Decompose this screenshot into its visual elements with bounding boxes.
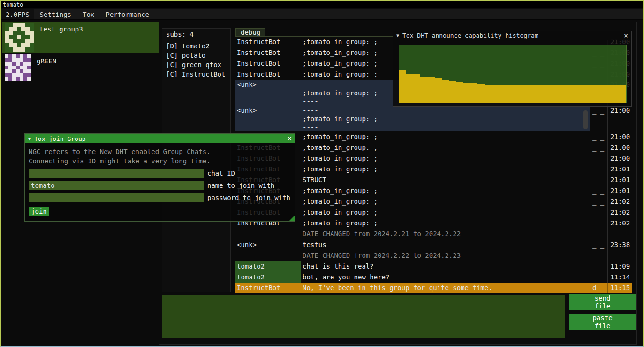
join-group-window: ▼ Tox join Group × NGC refers to the New… xyxy=(24,133,295,222)
close-icon[interactable]: × xyxy=(624,31,628,40)
histogram-bar xyxy=(534,85,541,103)
histogram-bar xyxy=(449,81,456,103)
chat-scrollbar-thumb[interactable] xyxy=(583,110,588,129)
histogram-bar xyxy=(541,85,548,103)
chat-message-row[interactable]: <unk>testus_ _23:38 xyxy=(235,239,632,250)
histogram-bar xyxy=(520,85,527,103)
message-text: ;tomato_in_group: ; xyxy=(301,142,590,153)
join-info-line: NGC refers to the New DHT enabled Group … xyxy=(29,147,291,156)
histogram-bar xyxy=(442,80,449,103)
message-sender: <unk> xyxy=(235,80,301,106)
histogram-bar xyxy=(485,85,492,103)
join-name-label: name to join with xyxy=(207,182,274,189)
message-sender: tomato2 xyxy=(235,261,301,272)
contact-list: test_group3gREEN xyxy=(2,22,159,83)
message-sender: <unk> xyxy=(235,106,301,131)
histogram-bar xyxy=(435,78,442,103)
join-password-input[interactable] xyxy=(29,193,204,202)
menu-tox[interactable]: Tox xyxy=(77,9,100,19)
chat-id-input[interactable] xyxy=(29,169,204,178)
message-sender xyxy=(235,250,301,261)
message-sender xyxy=(235,229,301,239)
message-timestamp: 21:00 xyxy=(607,131,632,142)
close-icon[interactable]: × xyxy=(288,134,292,143)
member-list: [D] tomato2[C] potato[C] green_qtox[C] I… xyxy=(162,41,230,79)
menu-bar: 2.0FPS Settings Tox Performance xyxy=(1,9,643,20)
histogram-bar xyxy=(619,85,626,103)
message-timestamp: 21:02 xyxy=(607,218,632,229)
histogram-bar xyxy=(605,85,612,103)
histogram-bar xyxy=(470,83,477,103)
contact-name: test_group3 xyxy=(39,25,83,33)
histogram-bar xyxy=(569,85,576,103)
histogram-bar xyxy=(591,85,598,103)
message-flags: _ _ xyxy=(590,142,607,153)
message-flags xyxy=(590,229,607,239)
histogram-bar xyxy=(555,85,562,103)
window-title: tomato xyxy=(3,1,23,8)
message-timestamp xyxy=(607,229,632,239)
collapse-arrow-icon[interactable]: ▼ xyxy=(396,33,399,38)
message-sender: InstructBot xyxy=(235,47,301,58)
message-timestamp: 21:01 xyxy=(607,175,632,185)
join-password-label: password to join with xyxy=(207,194,290,201)
message-text: ;tomato_in_group: ; xyxy=(301,207,590,218)
join-name-input[interactable]: tomato xyxy=(29,181,204,190)
chat-message-row[interactable]: InstructBotNo, I've been in this group f… xyxy=(235,283,632,293)
message-input[interactable] xyxy=(162,295,565,338)
histogram-bar xyxy=(413,74,420,103)
collapse-arrow-icon[interactable]: ▼ xyxy=(28,136,31,141)
chat-message-row[interactable]: tomato2chat is this real?_ _11:09 xyxy=(235,261,632,272)
message-flags xyxy=(590,250,607,261)
histogram-bar xyxy=(477,84,484,103)
menu-performance[interactable]: Performance xyxy=(100,9,155,19)
histogram-bar xyxy=(527,85,534,103)
histogram-bar xyxy=(428,77,435,103)
contact-name: gREEN xyxy=(37,57,56,65)
histogram-bar xyxy=(506,85,513,103)
contact-item-test_group3[interactable]: test_group3 xyxy=(2,22,159,53)
resize-grip[interactable] xyxy=(289,216,295,221)
message-flags: d xyxy=(590,283,607,293)
message-flags: _ _ xyxy=(590,196,607,207)
histogram-title: Tox DHT announce capability histogram xyxy=(402,32,538,39)
chat-system-row: DATE CHANGED from 2024.2.22 to 2024.2.23 xyxy=(235,250,632,261)
message-timestamp: 11:09 xyxy=(607,261,632,272)
histogram-bar xyxy=(576,85,583,103)
message-text: ----;tomato_in_group: ;---- xyxy=(301,106,590,131)
message-timestamp: 21:01 xyxy=(607,164,632,175)
histogram-bar xyxy=(399,70,406,103)
chat-message-row[interactable]: <unk>----;tomato_in_group: ;----_ _21:00 xyxy=(235,106,632,131)
join-group-title: Tox join Group xyxy=(34,135,86,142)
message-flags: _ _ xyxy=(590,153,607,164)
message-text: chat is this real? xyxy=(301,261,590,272)
member-list-item[interactable]: [D] tomato2 xyxy=(162,41,230,51)
histogram-bar xyxy=(513,85,520,103)
histogram-bar xyxy=(548,85,555,103)
member-list-item[interactable]: [C] InstructBot xyxy=(162,69,230,79)
paste-file-button[interactable]: paste file xyxy=(569,314,636,330)
message-text: DATE CHANGED from 2024.2.21 to 2024.2.22 xyxy=(301,229,590,239)
message-sender: InstructBot xyxy=(235,37,301,47)
message-sender: tomato2 xyxy=(235,272,301,283)
menu-settings[interactable]: Settings xyxy=(34,9,77,19)
message-flags: _ _ xyxy=(590,239,607,250)
join-button[interactable]: join xyxy=(29,207,49,216)
message-flags: _ _ xyxy=(590,272,607,283)
message-timestamp xyxy=(607,250,632,261)
tab-debug[interactable]: debug xyxy=(235,28,265,36)
member-list-item[interactable]: [C] green_qtox xyxy=(162,60,230,69)
chat-message-row[interactable]: tomato2bot, are you new here?_ _11:14 xyxy=(235,272,632,283)
contact-item-gREEN[interactable]: gREEN xyxy=(2,54,159,82)
message-text: ;tomato_in_group: ; xyxy=(301,218,590,229)
chat-id-label: chat ID xyxy=(207,170,235,177)
message-flags: _ _ xyxy=(590,106,607,131)
send-file-button[interactable]: send file xyxy=(569,294,636,310)
message-text: DATE CHANGED from 2024.2.22 to 2024.2.23 xyxy=(301,250,590,261)
histogram-titlebar: ▼ Tox DHT announce capability histogram … xyxy=(393,31,631,40)
message-flags: _ _ xyxy=(590,261,607,272)
member-list-item[interactable]: [C] potato xyxy=(162,51,230,60)
message-sender: InstructBot xyxy=(235,69,301,80)
message-sender: <unk> xyxy=(235,239,301,250)
histogram-bar xyxy=(598,85,605,103)
